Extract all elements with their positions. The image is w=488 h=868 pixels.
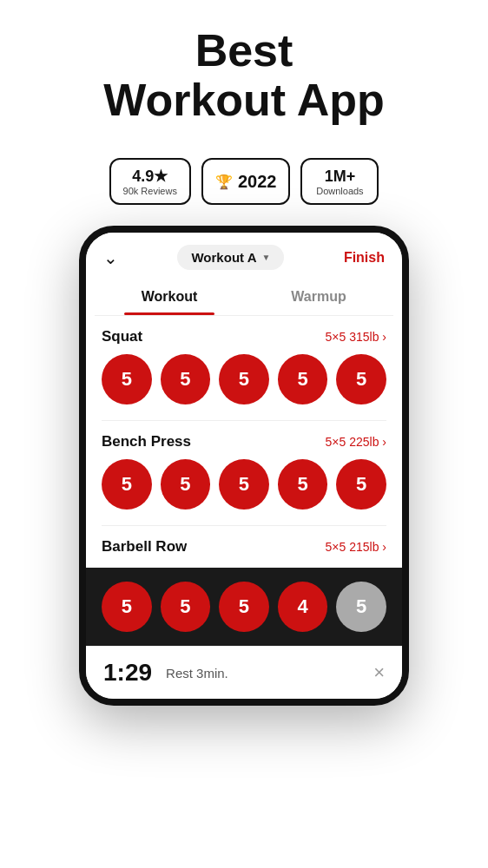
rating-sub: 90k Reviews [123, 186, 177, 196]
barbellrow-name: Barbell Row [102, 538, 187, 556]
downloads-value: 1M+ [325, 168, 356, 186]
tab-warmup[interactable]: Warmup [244, 279, 393, 315]
squat-rep-3[interactable]: 5 [219, 354, 269, 404]
bench-name: Bench Press [102, 433, 191, 450]
workout-name: Workout A [191, 250, 256, 265]
squat-header: Squat 5×5 315lb › [102, 328, 386, 345]
bench-rep-2[interactable]: 5 [161, 459, 211, 510]
finish-button[interactable]: Finish [344, 250, 385, 266]
row-rep-2[interactable]: 5 [161, 582, 211, 632]
bench-reps-row: 5 5 5 5 5 [102, 459, 386, 510]
app-title: Best Workout App [17, 26, 471, 125]
back-chevron-icon[interactable]: ⌄ [103, 247, 118, 268]
phone-wrapper: ⌄ Workout A ▼ Finish Workout Warmup Squa… [0, 226, 488, 706]
rating-badge: 4.9★ 90k Reviews [109, 158, 191, 205]
timer-close-button[interactable]: × [373, 661, 385, 684]
downloads-badge: 1M+ Downloads [300, 158, 379, 205]
squat-rep-2[interactable]: 5 [161, 354, 211, 404]
bench-detail[interactable]: 5×5 225lb › [326, 435, 386, 449]
trophy-icon: 🏆 [215, 174, 233, 190]
bench-rep-4[interactable]: 5 [278, 459, 328, 510]
barbellrow-header: Barbell Row 5×5 215lb › [102, 538, 386, 556]
badges-row: 4.9★ 90k Reviews 🏆 2022 1M+ Downloads [0, 158, 488, 205]
row-rep-4[interactable]: 4 [278, 582, 328, 632]
timer-display: 1:29 [103, 659, 152, 687]
phone-topbar: ⌄ Workout A ▼ Finish [86, 233, 402, 279]
header-section: Best Workout App [0, 0, 488, 142]
squat-name: Squat [102, 328, 142, 345]
workout-selector[interactable]: Workout A ▼ [177, 245, 284, 270]
squat-rep-1[interactable]: 5 [102, 354, 152, 404]
exercise-squat: Squat 5×5 315lb › 5 5 5 5 5 [86, 316, 402, 420]
bench-header: Bench Press 5×5 225lb › [102, 433, 386, 450]
barbellrow-detail[interactable]: 5×5 215lb › [326, 540, 386, 554]
year-value: 2022 [238, 172, 277, 192]
squat-rep-5[interactable]: 5 [336, 354, 386, 404]
bottom-bar: 5 5 5 4 5 [86, 568, 402, 646]
dropdown-arrow-icon: ▼ [261, 253, 270, 262]
row-rep-3[interactable]: 5 [219, 582, 269, 632]
exercise-benchpress: Bench Press 5×5 225lb › 5 5 5 5 5 [86, 421, 402, 525]
exercise-barbellrow: Barbell Row 5×5 215lb › [86, 526, 402, 568]
phone-frame: ⌄ Workout A ▼ Finish Workout Warmup Squa… [79, 226, 409, 706]
timer-label: Rest 3min. [166, 666, 359, 681]
tab-workout[interactable]: Workout [95, 279, 244, 315]
bench-rep-3[interactable]: 5 [219, 459, 269, 510]
row-rep-5[interactable]: 5 [336, 582, 386, 632]
row-rep-1[interactable]: 5 [102, 582, 152, 632]
squat-detail[interactable]: 5×5 315lb › [326, 330, 386, 344]
year-badge: 🏆 2022 [201, 158, 291, 205]
rating-value: 4.9★ [132, 167, 168, 186]
tabs-row: Workout Warmup [95, 279, 393, 316]
rest-timer: 1:29 Rest 3min. × [86, 646, 402, 699]
downloads-sub: Downloads [316, 186, 363, 196]
squat-reps-row: 5 5 5 5 5 [102, 354, 386, 404]
squat-rep-4[interactable]: 5 [278, 354, 328, 404]
bench-rep-5[interactable]: 5 [336, 459, 386, 510]
bench-rep-1[interactable]: 5 [102, 459, 152, 510]
